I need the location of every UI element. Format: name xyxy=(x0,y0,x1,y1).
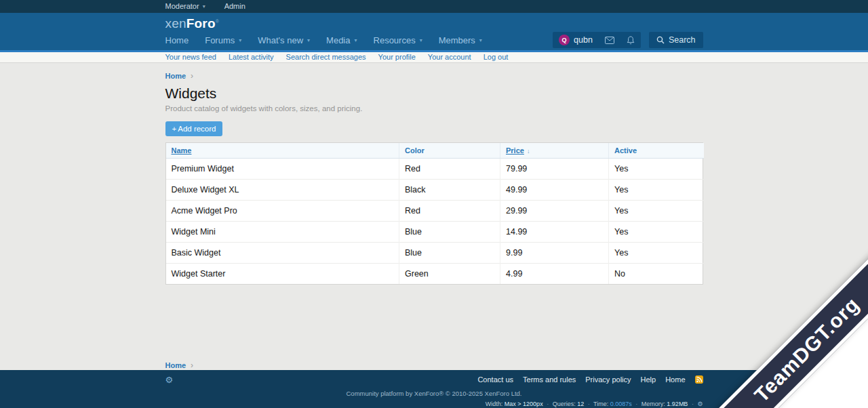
style-chooser-gear-icon[interactable]: ⚙ xyxy=(165,375,174,384)
cell-active: Yes xyxy=(609,158,704,179)
chevron-down-icon: ▾ xyxy=(203,3,205,9)
debug-time-link[interactable]: 0.0087s xyxy=(610,401,632,407)
cell-name: Premium Widget xyxy=(166,158,399,179)
add-record-button[interactable]: +Add record xyxy=(165,121,223,136)
cell-price: 29.99 xyxy=(500,200,609,221)
cell-price: 4.99 xyxy=(500,263,609,284)
registered-mark: ® xyxy=(216,19,219,24)
cell-name: Basic Widget xyxy=(166,242,399,263)
table-row: Widget Mini Blue 14.99 Yes xyxy=(166,221,704,242)
breadcrumb-home[interactable]: Home xyxy=(165,72,186,80)
moderator-menu[interactable]: Moderator▾ xyxy=(165,2,205,10)
cell-name: Widget Starter xyxy=(166,263,399,284)
debug-stats: Width: Max > 1200px · Queries: 12 · Time… xyxy=(165,401,703,407)
table-row: Basic Widget Blue 9.99 Yes xyxy=(166,242,704,263)
breadcrumb: Home › xyxy=(165,71,703,81)
admin-link[interactable]: Admin xyxy=(224,2,245,10)
account-menu[interactable]: Q qubn xyxy=(553,32,599,48)
chevron-down-icon: ▾ xyxy=(479,37,482,43)
subnav-latest-activity[interactable]: Latest activity xyxy=(229,53,274,61)
cell-active: Yes xyxy=(609,221,704,242)
cell-name: Acme Widget Pro xyxy=(166,200,399,221)
main-content: Home › Widgets Product catalog of widget… xyxy=(0,63,868,370)
nav-home[interactable]: Home xyxy=(165,30,197,50)
chevron-down-icon: ▾ xyxy=(420,37,422,43)
cell-name: Widget Mini xyxy=(166,221,399,242)
table-row: Widget Starter Green 4.99 No xyxy=(166,263,704,284)
search-button[interactable]: Search xyxy=(649,32,703,48)
cell-color: Green xyxy=(399,263,500,284)
footer-privacy-policy[interactable]: Privacy policy xyxy=(585,375,631,384)
breadcrumb-bottom: Home › xyxy=(165,361,703,370)
breadcrumb-home[interactable]: Home xyxy=(165,361,186,369)
footer-contact-us[interactable]: Contact us xyxy=(477,375,513,384)
subnav-search-direct-messages[interactable]: Search direct messages xyxy=(286,53,366,61)
nav-resources[interactable]: Resources▾ xyxy=(366,30,431,50)
cell-color: Red xyxy=(399,158,500,179)
header: xenForo® Home Forums▾ What's new▾ Media▾… xyxy=(0,13,868,52)
subnav-log-out[interactable]: Log out xyxy=(484,53,509,61)
table-header-row: Name Color Price↓ Active xyxy=(166,143,704,159)
table-row: Deluxe Widget XL Black 49.99 Yes xyxy=(166,179,704,200)
copyright-link[interactable]: Community platform by XenForo® © 2010-20… xyxy=(346,390,521,397)
table-row: Premium Widget Red 79.99 Yes xyxy=(166,158,704,179)
main-nav: Home Forums▾ What's new▾ Media▾ Resource… xyxy=(165,30,703,50)
nav-media[interactable]: Media▾ xyxy=(318,30,365,50)
username: qubn xyxy=(574,35,593,45)
debug-gear-icon[interactable]: ⚙ xyxy=(697,401,703,407)
cell-color: Black xyxy=(399,179,500,200)
column-header-name[interactable]: Name xyxy=(166,143,399,159)
chevron-down-icon: ▾ xyxy=(307,37,310,43)
rss-icon[interactable] xyxy=(695,375,703,384)
cell-price: 49.99 xyxy=(500,179,609,200)
cell-color: Blue xyxy=(399,242,500,263)
cell-price: 9.99 xyxy=(500,242,609,263)
chevron-right-icon: › xyxy=(191,71,193,81)
cell-color: Red xyxy=(399,200,500,221)
avatar: Q xyxy=(559,35,570,45)
column-header-color: Color xyxy=(399,143,500,159)
cell-active: No xyxy=(609,263,704,284)
alerts-button[interactable] xyxy=(620,32,641,48)
search-icon xyxy=(656,36,665,44)
page-description: Product catalog of widgets with colors, … xyxy=(165,104,703,113)
xenforo-logo[interactable]: xenForo® xyxy=(165,15,220,30)
cell-active: Yes xyxy=(609,242,704,263)
widgets-table-card: Name Color Price↓ Active Premium Widget … xyxy=(165,142,703,285)
sort-descending-icon: ↓ xyxy=(527,148,530,155)
table-row: Acme Widget Pro Red 29.99 Yes xyxy=(166,200,704,221)
conversations-button[interactable] xyxy=(599,32,620,48)
cell-active: Yes xyxy=(609,200,704,221)
bell-icon xyxy=(627,36,635,45)
nav-forums[interactable]: Forums▾ xyxy=(197,30,250,50)
column-header-active: Active xyxy=(609,143,704,159)
envelope-icon xyxy=(605,37,614,44)
footer-links: Contact us Terms and rules Privacy polic… xyxy=(477,375,703,384)
cell-price: 14.99 xyxy=(500,221,609,242)
cell-name: Deluxe Widget XL xyxy=(166,179,399,200)
footer: ⚙ Contact us Terms and rules Privacy pol… xyxy=(0,370,868,408)
footer-home[interactable]: Home xyxy=(665,375,685,384)
subnav-your-profile[interactable]: Your profile xyxy=(378,53,416,61)
chevron-down-icon: ▾ xyxy=(239,37,241,43)
widgets-table: Name Color Price↓ Active Premium Widget … xyxy=(166,143,704,284)
sub-navigation: Your news feed Latest activity Search di… xyxy=(0,52,868,63)
cell-active: Yes xyxy=(609,179,704,200)
nav-members[interactable]: Members▾ xyxy=(431,30,490,50)
nav-whats-new[interactable]: What's new▾ xyxy=(250,30,318,50)
footer-help[interactable]: Help xyxy=(641,375,656,384)
cell-price: 79.99 xyxy=(500,158,609,179)
moderator-bar: Moderator▾ Admin xyxy=(0,0,868,13)
chevron-down-icon: ▾ xyxy=(355,37,357,43)
footer-terms-and-rules[interactable]: Terms and rules xyxy=(523,375,576,384)
page-title: Widgets xyxy=(165,85,703,102)
cell-color: Blue xyxy=(399,221,500,242)
subnav-news-feed[interactable]: Your news feed xyxy=(165,53,216,61)
subnav-your-account[interactable]: Your account xyxy=(428,53,471,61)
visitor-tabs: Q qubn xyxy=(553,32,641,48)
chevron-right-icon: › xyxy=(191,361,193,370)
column-header-price[interactable]: Price↓ xyxy=(500,143,609,159)
plus-icon: + xyxy=(172,125,177,133)
